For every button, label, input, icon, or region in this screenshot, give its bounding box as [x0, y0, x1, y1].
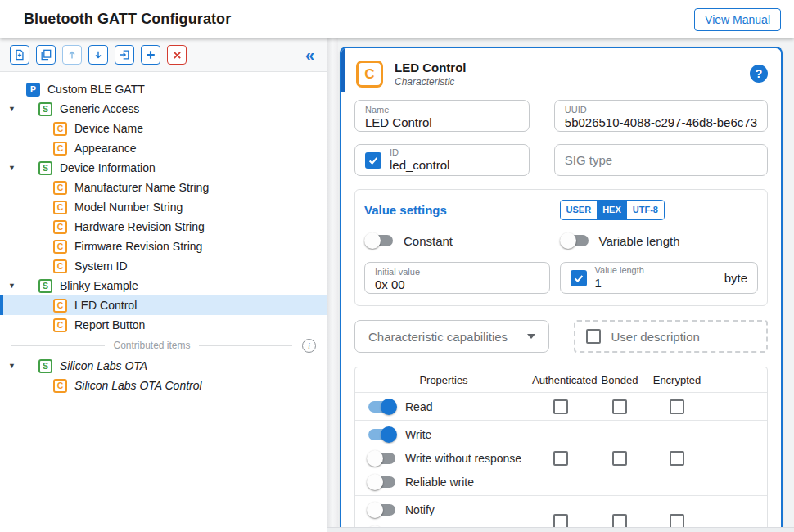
tree-item-generic-access[interactable]: ▼ S Generic Access	[0, 99, 327, 119]
notify-encrypted-checkbox[interactable]	[670, 514, 684, 527]
segment-utf8[interactable]: UTF-8	[627, 201, 664, 219]
write-without-response-toggle[interactable]: Write without response	[355, 446, 532, 470]
id-checkbox[interactable]	[365, 152, 381, 169]
variable-length-toggle[interactable]: Variable length	[560, 232, 758, 250]
uuid-field-value: 5b026510-4088-c297-46d8-be6c73	[565, 115, 757, 130]
duplicate-button[interactable]	[36, 45, 56, 65]
editor-header: C LED Control Characteristic ?	[354, 61, 768, 88]
property-group-write: Write Write without response Reliable wr…	[355, 420, 767, 495]
write-encrypted-checkbox[interactable]	[670, 451, 684, 466]
add-item-button[interactable]	[141, 45, 160, 65]
characteristic-icon: C	[53, 142, 67, 156]
tree-item-firmware-revision-string[interactable]: C Firmware Revision String	[0, 237, 327, 256]
toggle-on-icon[interactable]	[368, 401, 395, 413]
service-icon: S	[38, 359, 52, 373]
characteristic-icon: C	[53, 220, 67, 234]
move-up-button[interactable]	[62, 45, 82, 65]
expander-icon[interactable]: ▼	[8, 165, 16, 172]
property-group-read: Read	[355, 392, 767, 420]
write-toggle[interactable]: Write	[355, 422, 532, 446]
delete-item-button[interactable]	[167, 45, 187, 65]
tree-item-custom-ble-gatt[interactable]: P Custom BLE GATT	[0, 79, 327, 99]
expander-icon[interactable]: ▼	[8, 282, 16, 290]
gatt-tree: P Custom BLE GATT ▼ S Generic Access C D…	[0, 72, 327, 532]
notify-authenticated-checkbox[interactable]	[553, 514, 568, 527]
expander-icon[interactable]: ▼	[8, 106, 16, 113]
value-length-field[interactable]: Value length 1 byte	[560, 262, 758, 294]
service-icon: S	[38, 102, 52, 116]
constant-toggle[interactable]: Constant	[364, 232, 550, 250]
move-down-button[interactable]	[88, 45, 108, 65]
uuid-field-label: UUID	[565, 105, 757, 115]
user-description-option[interactable]: User description	[574, 320, 769, 353]
id-field-label: ID	[390, 147, 519, 157]
read-toggle[interactable]: Read	[355, 394, 532, 418]
view-manual-button[interactable]: View Manual	[694, 8, 781, 31]
capabilities-dropdown-label: Characteristic capabilities	[368, 330, 508, 344]
toggle-off-icon[interactable]	[562, 235, 589, 246]
write-authenticated-checkbox[interactable]	[553, 451, 568, 466]
divider-line	[11, 345, 105, 346]
tree-item-device-information[interactable]: ▼ S Device Information	[0, 158, 327, 178]
help-button[interactable]: ?	[750, 65, 768, 83]
gatt-tree-panel: « P Custom BLE GATT ▼ S Generic Access C…	[0, 38, 327, 532]
tree-item-manufacturer-name-string[interactable]: C Manufacturer Name String	[0, 178, 327, 197]
indicate-toggle[interactable]: Indicate	[355, 521, 532, 527]
notify-toggle[interactable]: Notify	[355, 498, 532, 521]
horizontal-scrollbar[interactable]	[327, 527, 794, 532]
uuid-field[interactable]: UUID 5b026510-4088-c297-46d8-be6c73	[554, 100, 768, 132]
header-properties: Properties	[355, 374, 532, 386]
toggle-off-icon[interactable]	[366, 235, 393, 246]
tree-item-silicon-labs-ota-control[interactable]: C Silicon Labs OTA Control	[0, 376, 327, 395]
editor-subtitle: Characteristic	[395, 76, 467, 88]
tree-item-blinky-example[interactable]: ▼ S Blinky Example	[0, 276, 327, 295]
panel-splitter[interactable]	[327, 38, 338, 532]
toggle-off-icon[interactable]	[368, 476, 395, 488]
info-icon[interactable]: i	[302, 339, 316, 353]
toggle-on-icon[interactable]	[368, 429, 395, 440]
name-field[interactable]: Name LED Control	[354, 100, 530, 132]
tree-item-appearance[interactable]: C Appearance	[0, 138, 327, 158]
read-bonded-checkbox[interactable]	[612, 399, 627, 414]
toggle-off-icon[interactable]	[368, 453, 395, 464]
tree-item-device-name[interactable]: C Device Name	[0, 119, 327, 138]
characteristic-capabilities-dropdown[interactable]: Characteristic capabilities	[354, 320, 549, 353]
new-item-button[interactable]	[10, 45, 29, 65]
import-button[interactable]	[115, 45, 134, 65]
profile-icon: P	[26, 83, 40, 97]
value-settings-section: Value settings USER HEX UTF-8 Constant	[354, 189, 768, 306]
tree-item-report-button[interactable]: C Report Button	[0, 315, 327, 335]
new-document-icon	[14, 49, 25, 61]
name-field-value: LED Control	[365, 115, 519, 130]
sig-type-field[interactable]: SIG type	[554, 144, 768, 176]
value-settings-heading: Value settings	[364, 203, 550, 217]
read-authenticated-checkbox[interactable]	[553, 399, 568, 414]
tree-item-system-id[interactable]: C System ID	[0, 256, 327, 276]
toggle-off-icon[interactable]	[368, 504, 395, 516]
reliable-write-toggle[interactable]: Reliable write	[355, 470, 532, 494]
value-length-checkbox[interactable]	[571, 270, 587, 286]
tree-item-hardware-revision-string[interactable]: C Hardware Revision String	[0, 217, 327, 237]
read-encrypted-checkbox[interactable]	[670, 399, 684, 414]
write-bonded-checkbox[interactable]	[612, 451, 627, 466]
segment-user[interactable]: USER	[561, 201, 598, 219]
initial-value-field[interactable]: Initial value 0x 00	[364, 262, 550, 294]
tree-item-led-control[interactable]: C LED Control	[0, 295, 327, 315]
characteristic-icon: C	[356, 61, 383, 88]
main-area: « P Custom BLE GATT ▼ S Generic Access C…	[0, 38, 794, 532]
check-icon	[573, 273, 584, 284]
contributed-items-divider: Contributed items i	[0, 335, 327, 356]
tree-item-silicon-labs-ota[interactable]: ▼ S Silicon Labs OTA	[0, 356, 327, 376]
header-bonded: Bonded	[589, 374, 650, 386]
value-length-value: 1	[595, 275, 710, 291]
user-description-checkbox[interactable]	[586, 329, 601, 344]
segment-hex[interactable]: HEX	[597, 201, 627, 219]
characteristic-editor-card: C LED Control Characteristic ? Name LED …	[340, 47, 783, 527]
collapse-panel-button[interactable]: «	[302, 47, 318, 63]
tree-item-model-number-string[interactable]: C Model Number String	[0, 197, 327, 217]
divider-label: Contributed items	[113, 340, 190, 351]
id-field[interactable]: ID led_control	[354, 144, 530, 176]
initial-value-label: Initial value	[375, 267, 539, 277]
notify-bonded-checkbox[interactable]	[612, 514, 627, 527]
expander-icon[interactable]: ▼	[8, 363, 16, 370]
